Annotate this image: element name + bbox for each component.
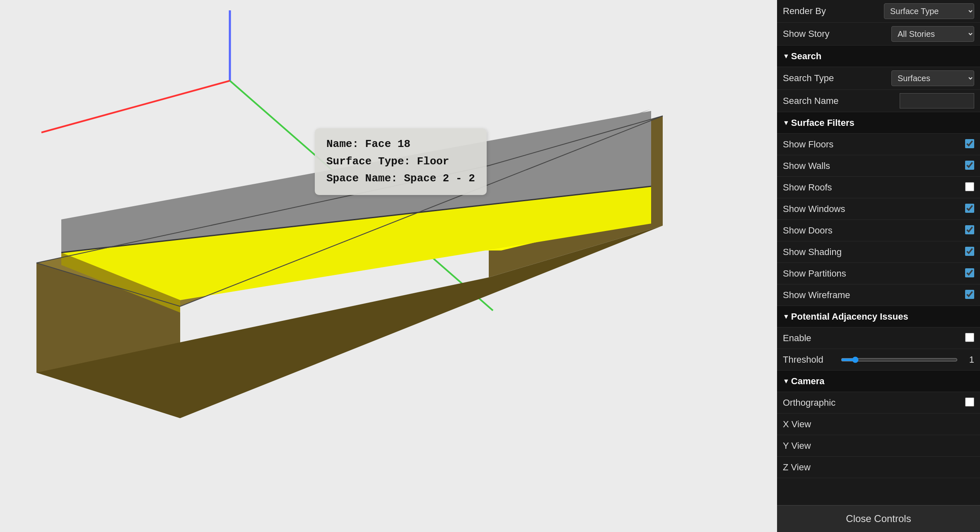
svg-marker-5 bbox=[178, 311, 497, 402]
close-controls-button[interactable]: Close Controls bbox=[777, 505, 980, 532]
show-windows-checkbox[interactable] bbox=[965, 204, 974, 213]
show-floors-row: Show Floors bbox=[777, 134, 980, 155]
svg-marker-4 bbox=[35, 257, 178, 402]
show-windows-label: Show Windows bbox=[783, 204, 965, 214]
svg-line-14 bbox=[240, 178, 468, 257]
show-doors-label: Show Doors bbox=[783, 225, 965, 236]
svg-marker-41 bbox=[61, 109, 650, 296]
surface-tooltip: Name: Face 18 Surface Type: Floor Space … bbox=[315, 128, 487, 195]
svg-marker-6 bbox=[497, 228, 683, 331]
render-by-select[interactable]: Surface Type Space Construction Boundary… bbox=[884, 3, 974, 19]
show-roofs-checkbox[interactable] bbox=[965, 182, 974, 191]
search-type-row: Search Type Surfaces Spaces SubSurfaces bbox=[777, 67, 980, 90]
show-floors-checkbox[interactable] bbox=[965, 139, 974, 148]
render-by-control[interactable]: Surface Type Space Construction Boundary… bbox=[884, 3, 974, 19]
show-wireframe-checkbox[interactable] bbox=[965, 290, 974, 299]
show-shading-row: Show Shading bbox=[777, 241, 980, 263]
search-name-label: Search Name bbox=[783, 96, 900, 106]
svg-marker-42 bbox=[61, 215, 650, 296]
y-view-row[interactable]: Y View bbox=[777, 435, 980, 457]
svg-marker-25 bbox=[37, 232, 182, 422]
x-view-row[interactable]: X View bbox=[777, 414, 980, 435]
threshold-value: 1 bbox=[962, 354, 974, 365]
orthographic-row: Orthographic bbox=[777, 392, 980, 414]
surface-filters-header[interactable]: Surface Filters bbox=[777, 112, 980, 134]
svg-line-48 bbox=[180, 116, 663, 306]
adjacency-section-header[interactable]: Potential Adjacency Issues bbox=[777, 306, 980, 327]
svg-marker-17 bbox=[166, 161, 683, 356]
show-walls-row: Show Walls bbox=[777, 155, 980, 177]
scene-svg bbox=[0, 0, 777, 532]
building-scene bbox=[0, 0, 777, 532]
svg-marker-26 bbox=[497, 161, 671, 335]
threshold-row: Threshold 1 bbox=[777, 349, 980, 371]
search-section-header[interactable]: Search bbox=[777, 46, 980, 67]
svg-line-47 bbox=[36, 263, 180, 306]
show-doors-checkbox[interactable] bbox=[965, 225, 974, 234]
search-name-input[interactable] bbox=[900, 93, 974, 108]
show-doors-row: Show Doors bbox=[777, 220, 980, 241]
show-shading-label: Show Shading bbox=[783, 247, 965, 258]
camera-section-label: Camera bbox=[791, 376, 825, 387]
show-windows-row: Show Windows bbox=[777, 198, 980, 220]
svg-line-36 bbox=[230, 81, 493, 311]
threshold-label: Threshold bbox=[783, 354, 841, 365]
svg-marker-15 bbox=[35, 178, 70, 311]
svg-marker-19 bbox=[35, 87, 646, 199]
show-story-select[interactable]: All Stories Story 1 Story 2 bbox=[891, 26, 974, 42]
enable-label: Enable bbox=[783, 333, 965, 344]
show-story-control[interactable]: All Stories Story 1 Story 2 bbox=[891, 26, 974, 42]
show-walls-checkbox[interactable] bbox=[965, 161, 974, 170]
render-by-label: Render By bbox=[783, 6, 884, 17]
search-name-row: Search Name bbox=[777, 90, 980, 112]
svg-line-2 bbox=[41, 83, 236, 128]
svg-marker-37 bbox=[36, 263, 180, 418]
svg-rect-33 bbox=[0, 0, 777, 532]
camera-section-header[interactable]: Camera bbox=[777, 371, 980, 392]
search-type-control[interactable]: Surfaces Spaces SubSurfaces bbox=[891, 70, 974, 86]
show-partitions-label: Show Partitions bbox=[783, 268, 965, 279]
viewport-3d[interactable]: Name: Face 18 Surface Type: Floor Space … bbox=[0, 0, 777, 532]
show-roofs-label: Show Roofs bbox=[783, 182, 965, 193]
threshold-slider-container[interactable]: 1 bbox=[841, 354, 974, 365]
svg-marker-40 bbox=[36, 116, 663, 306]
svg-marker-11 bbox=[70, 87, 646, 315]
show-roofs-row: Show Roofs bbox=[777, 177, 980, 198]
y-view-label: Y View bbox=[783, 441, 811, 451]
svg-line-50 bbox=[489, 116, 663, 166]
svg-marker-27 bbox=[37, 161, 671, 290]
svg-marker-29 bbox=[60, 137, 646, 224]
show-partitions-checkbox[interactable] bbox=[965, 268, 974, 277]
enable-checkbox[interactable] bbox=[965, 333, 974, 342]
main-scene bbox=[0, 0, 777, 532]
orthographic-label: Orthographic bbox=[783, 397, 965, 408]
render-by-row: Render By Surface Type Space Constructio… bbox=[777, 0, 980, 23]
svg-marker-18 bbox=[35, 104, 683, 265]
svg-rect-20 bbox=[0, 0, 777, 532]
svg-marker-7 bbox=[35, 153, 683, 381]
svg-marker-38 bbox=[489, 116, 663, 277]
z-view-row[interactable]: Z View bbox=[777, 457, 980, 478]
right-panel: Render By Surface Type Space Constructio… bbox=[777, 0, 980, 532]
search-type-label: Search Type bbox=[783, 73, 891, 84]
svg-rect-0 bbox=[0, 0, 777, 532]
svg-marker-31 bbox=[66, 128, 650, 224]
svg-marker-24 bbox=[37, 265, 671, 422]
show-wireframe-row: Show Wireframe bbox=[777, 284, 980, 306]
svg-marker-12 bbox=[70, 178, 468, 315]
orthographic-checkbox[interactable] bbox=[965, 397, 974, 407]
svg-marker-8 bbox=[66, 151, 654, 364]
tooltip-line1: Name: Face 18 bbox=[326, 136, 475, 153]
show-shading-checkbox[interactable] bbox=[965, 247, 974, 256]
tooltip-line2: Surface Type: Floor bbox=[326, 153, 475, 171]
tooltip-line3: Space Name: Space 2 - 2 bbox=[326, 170, 475, 188]
search-type-select[interactable]: Surfaces Spaces SubSurfaces bbox=[891, 70, 974, 86]
search-name-control[interactable] bbox=[900, 93, 974, 108]
svg-line-35 bbox=[41, 81, 230, 132]
svg-line-49 bbox=[36, 166, 489, 263]
show-story-label: Show Story bbox=[783, 29, 891, 39]
threshold-slider[interactable] bbox=[841, 358, 958, 361]
surface-filters-label: Surface Filters bbox=[791, 118, 854, 128]
x-view-label: X View bbox=[783, 419, 811, 430]
svg-line-3 bbox=[236, 83, 497, 311]
